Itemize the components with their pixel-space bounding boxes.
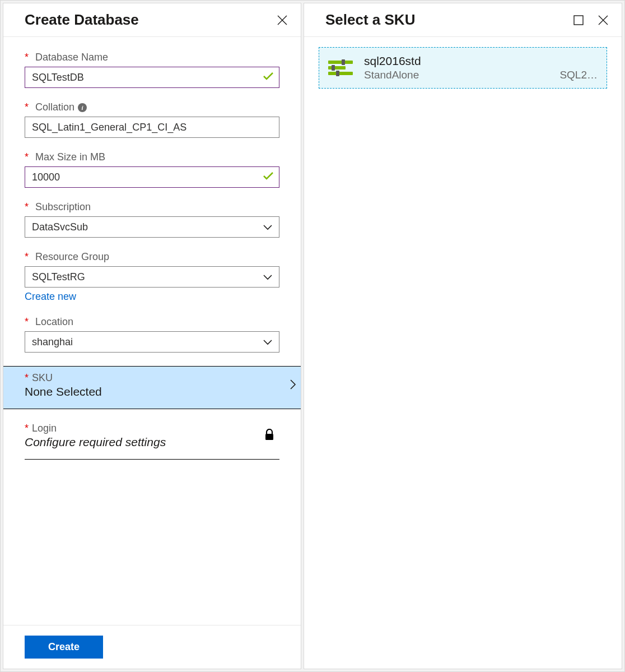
field-database-name: *Database Name bbox=[25, 52, 279, 88]
label-resource-group: *Resource Group bbox=[25, 251, 279, 263]
field-location: *Location shanghai bbox=[25, 316, 279, 353]
label-location: *Location bbox=[25, 316, 279, 328]
field-max-size: *Max Size in MB bbox=[25, 151, 279, 188]
sku-sliders-icon bbox=[328, 57, 353, 78]
label-max-size: *Max Size in MB bbox=[25, 151, 279, 163]
maximize-icon[interactable] bbox=[572, 14, 585, 26]
create-database-panel: Create Database *Database Name *Collatio… bbox=[3, 3, 301, 669]
panel-header: Select a SKU bbox=[304, 3, 622, 37]
collation-input[interactable] bbox=[25, 117, 279, 138]
close-icon[interactable] bbox=[276, 14, 288, 26]
label-subscription: *Subscription bbox=[25, 201, 279, 213]
panel-header: Create Database bbox=[3, 3, 301, 37]
panel-title: Create Database bbox=[25, 11, 139, 29]
sku-name: sql2016std bbox=[364, 54, 598, 68]
sku-card[interactable]: sql2016std StandAlone SQL2… bbox=[319, 47, 607, 89]
chevron-down-icon bbox=[263, 271, 272, 283]
checkmark-icon bbox=[263, 172, 274, 183]
close-icon[interactable] bbox=[597, 14, 609, 26]
database-name-input[interactable] bbox=[25, 67, 279, 88]
sku-edition: SQL2… bbox=[559, 69, 598, 81]
resource-group-select[interactable]: SQLTestRG bbox=[25, 266, 279, 288]
select-sku-panel: Select a SKU sql2016std bbox=[304, 3, 622, 669]
sku-blade-row[interactable]: *SKU None Selected bbox=[3, 366, 301, 409]
sku-list: sql2016std StandAlone SQL2… bbox=[304, 37, 622, 99]
login-value: Configure required settings bbox=[25, 435, 264, 449]
svg-rect-0 bbox=[265, 434, 273, 440]
info-icon[interactable]: i bbox=[78, 103, 87, 112]
sku-value: None Selected bbox=[25, 385, 290, 398]
location-select[interactable]: shanghai bbox=[25, 331, 279, 353]
create-button[interactable]: Create bbox=[25, 636, 103, 659]
sku-type: StandAlone bbox=[364, 69, 419, 81]
label-database-name: *Database Name bbox=[25, 52, 279, 63]
panel-body: *Database Name *Collation i *Max Size in… bbox=[3, 37, 301, 625]
field-collation: *Collation i bbox=[25, 101, 279, 138]
chevron-down-icon bbox=[263, 336, 272, 348]
label-collation: *Collation i bbox=[25, 101, 279, 113]
chevron-right-icon bbox=[290, 379, 296, 392]
login-blade-row[interactable]: *Login Configure required settings bbox=[25, 417, 279, 460]
chevron-down-icon bbox=[263, 221, 272, 233]
panel-footer: Create bbox=[3, 625, 301, 669]
panel-title: Select a SKU bbox=[325, 11, 415, 29]
lock-icon bbox=[264, 429, 275, 443]
label-sku: SKU bbox=[32, 372, 53, 383]
max-size-input[interactable] bbox=[25, 166, 279, 188]
subscription-select[interactable]: DataSvcSub bbox=[25, 216, 279, 238]
field-resource-group: *Resource Group SQLTestRG Create new bbox=[25, 251, 279, 303]
label-login: Login bbox=[32, 423, 57, 434]
checkmark-icon bbox=[263, 72, 274, 83]
field-subscription: *Subscription DataSvcSub bbox=[25, 201, 279, 238]
sku-info: sql2016std StandAlone SQL2… bbox=[364, 54, 598, 81]
create-new-link[interactable]: Create new bbox=[25, 291, 76, 303]
svg-rect-1 bbox=[574, 16, 583, 25]
